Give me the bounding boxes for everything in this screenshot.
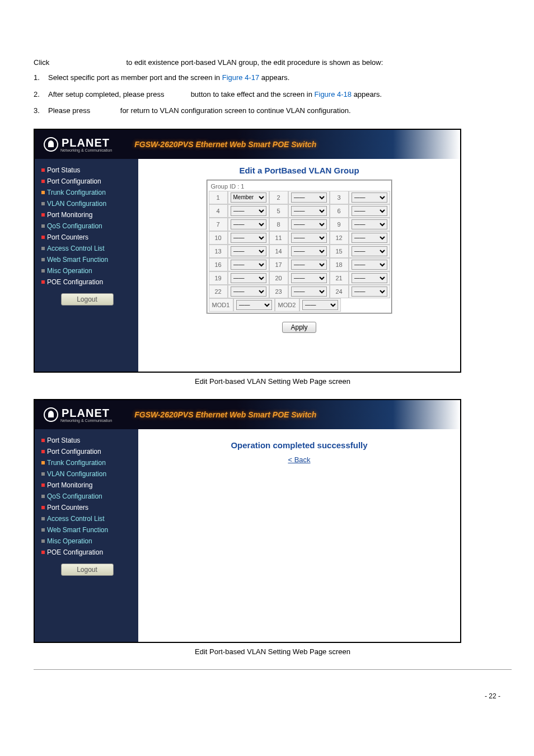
sidebar-item-port-configuration[interactable]: Port Configuration — [41, 176, 133, 187]
port-select-cell-10: —— — [228, 231, 269, 245]
logout-button[interactable]: Logout — [61, 564, 114, 576]
sidebar-item-label: Misc Operation — [47, 267, 92, 275]
sidebar-item-poe-configuration[interactable]: POE Configuration — [41, 547, 133, 558]
port-select-cell-20: —— — [288, 271, 330, 285]
port-select-cell-4: —— — [228, 204, 269, 218]
bullet-icon — [41, 247, 45, 250]
port-num-7: 7 — [209, 218, 228, 231]
brand-sub-2: Networking & Communication — [60, 419, 112, 422]
sidebar-item-access-control-list[interactable]: Access Control List — [41, 243, 133, 254]
figure-4-18-link[interactable]: Figure 4-18 — [315, 90, 352, 98]
mod1-select[interactable]: —— — [236, 300, 272, 310]
mod-row: MOD1 —— MOD2 —— — [209, 298, 390, 312]
port-num-22: 22 — [209, 285, 228, 298]
port-select-cell-13: —— — [228, 245, 269, 258]
port-select-cell-3: —— — [349, 191, 390, 204]
sidebar-item-port-counters[interactable]: Port Counters — [41, 502, 133, 513]
port-select-8[interactable]: —— — [291, 219, 327, 229]
port-select-7[interactable]: —— — [231, 219, 266, 229]
port-select-11[interactable]: —— — [291, 233, 327, 243]
sidebar: Port StatusPort ConfigurationTrunk Confi… — [35, 159, 138, 372]
step-num-1: 1. — [34, 71, 48, 84]
sidebar-item-poe-configuration[interactable]: POE Configuration — [41, 276, 133, 288]
sidebar-item-misc-operation[interactable]: Misc Operation — [41, 536, 133, 547]
sidebar-item-web-smart-function[interactable]: Web Smart Function — [41, 524, 133, 536]
port-select-2[interactable]: —— — [291, 192, 327, 203]
port-select-3[interactable]: —— — [352, 192, 387, 203]
port-select-20[interactable]: —— — [291, 273, 327, 283]
sidebar-item-port-status[interactable]: Port Status — [41, 165, 133, 176]
logo-icon — [44, 137, 58, 152]
figure-4-17-link[interactable]: Figure 4-17 — [222, 73, 259, 82]
back-link[interactable]: < Back — [288, 456, 310, 464]
apply-button[interactable]: Apply — [282, 322, 316, 333]
port-num-6: 6 — [330, 204, 349, 218]
sidebar-item-vlan-configuration[interactable]: VLAN Configuration — [41, 198, 133, 209]
success-title: Operation completed successfully — [149, 440, 449, 450]
port-select-18[interactable]: —— — [352, 260, 387, 270]
port-select-cell-16: —— — [228, 258, 269, 271]
port-select-15[interactable]: —— — [352, 246, 387, 256]
sidebar-item-label: Port Monitoring — [47, 211, 92, 219]
port-select-23[interactable]: —— — [291, 287, 327, 297]
sidebar-item-vlan-configuration[interactable]: VLAN Configuration — [41, 468, 133, 480]
port-select-cell-8: —— — [288, 218, 330, 231]
sidebar-item-label: VLAN Configuration — [47, 200, 106, 208]
port-num-14: 14 — [269, 245, 288, 258]
sidebar-item-label: Trunk Configuration — [47, 189, 106, 196]
mod2-select[interactable]: —— — [302, 300, 338, 310]
sidebar-item-label: Web Smart Function — [47, 256, 108, 264]
port-num-10: 10 — [209, 231, 228, 245]
sidebar-item-access-control-list[interactable]: Access Control List — [41, 513, 133, 524]
port-select-cell-2: —— — [288, 191, 330, 204]
port-select-24[interactable]: —— — [352, 287, 387, 297]
port-select-6[interactable]: —— — [352, 206, 387, 216]
page-number: - 22 - — [34, 692, 512, 700]
port-select-cell-11: —— — [288, 231, 330, 245]
sidebar-item-misc-operation[interactable]: Misc Operation — [41, 265, 133, 276]
port-num-1: 1 — [209, 191, 228, 204]
sidebar-item-qos-configuration[interactable]: QoS Configuration — [41, 491, 133, 502]
port-select-5[interactable]: —— — [291, 206, 327, 216]
port-select-cell-5: —— — [288, 204, 330, 218]
bullet-icon — [41, 258, 45, 261]
logout-button[interactable]: Logout — [61, 293, 114, 306]
port-select-14[interactable]: —— — [291, 246, 327, 256]
sidebar-item-trunk-configuration[interactable]: Trunk Configuration — [41, 457, 133, 468]
bullet-icon — [41, 539, 45, 543]
sidebar-item-port-configuration[interactable]: Port Configuration — [41, 446, 133, 457]
click-post: to edit existence port-based VLAN group,… — [126, 58, 383, 67]
port-select-17[interactable]: —— — [291, 260, 327, 270]
port-num-9: 9 — [330, 218, 349, 231]
brand-text-2: PLANET — [62, 407, 110, 419]
sidebar-item-label: Access Control List — [47, 245, 105, 252]
port-select-1[interactable]: Member — [231, 192, 266, 203]
port-select-cell-23: —— — [288, 285, 330, 298]
header-title: FGSW-2620PVS Ethernet Web Smart POE Swit… — [134, 140, 316, 149]
bullet-icon — [41, 450, 45, 453]
port-num-19: 19 — [209, 271, 228, 285]
sidebar-item-port-counters[interactable]: Port Counters — [41, 232, 133, 243]
port-select-13[interactable]: —— — [231, 246, 266, 256]
bullet-icon — [41, 202, 45, 205]
sidebar-item-trunk-configuration[interactable]: Trunk Configuration — [41, 187, 133, 198]
port-select-16[interactable]: —— — [231, 260, 266, 270]
sidebar-item-port-monitoring[interactable]: Port Monitoring — [41, 209, 133, 220]
port-select-19[interactable]: —— — [231, 273, 266, 283]
instruction-block: Click to edit existence port-based VLAN … — [34, 56, 512, 118]
sidebar-item-port-monitoring[interactable]: Port Monitoring — [41, 480, 133, 491]
sidebar-item-qos-configuration[interactable]: QoS Configuration — [41, 220, 133, 232]
mod1-select-cell: —— — [233, 298, 275, 312]
port-select-22[interactable]: —— — [231, 287, 266, 297]
port-select-4[interactable]: —— — [231, 206, 266, 216]
port-select-9[interactable]: —— — [352, 219, 387, 229]
port-select-10[interactable]: —— — [231, 233, 266, 243]
port-num-15: 15 — [330, 245, 349, 258]
port-select-21[interactable]: —— — [352, 273, 387, 283]
sidebar-item-port-status[interactable]: Port Status — [41, 435, 133, 446]
port-select-12[interactable]: —— — [352, 233, 387, 243]
footer-divider — [34, 669, 512, 670]
brand-sub: Networking & Communication — [60, 148, 112, 152]
bullet-icon — [41, 517, 45, 520]
sidebar-item-web-smart-function[interactable]: Web Smart Function — [41, 254, 133, 265]
